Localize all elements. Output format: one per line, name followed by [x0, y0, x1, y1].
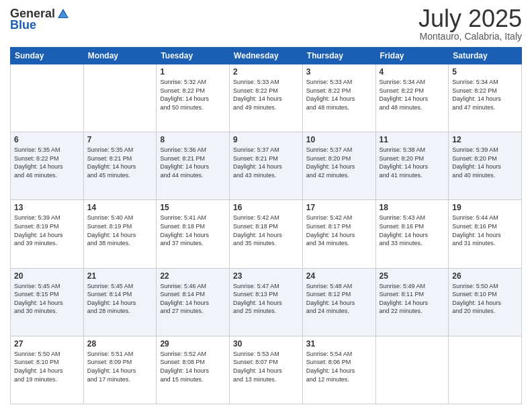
day-info: Sunrise: 5:37 AM Sunset: 8:21 PM Dayligh… — [233, 146, 299, 179]
day-info: Sunrise: 5:49 AM Sunset: 8:11 PM Dayligh… — [380, 282, 445, 316]
day-info: Sunrise: 5:47 AM Sunset: 8:13 PM Dayligh… — [233, 282, 299, 316]
calendar-cell: 24Sunrise: 5:48 AM Sunset: 8:12 PM Dayli… — [302, 268, 375, 336]
header: General Blue July 2025 Montauro, Calabri… — [10, 7, 522, 42]
day-number: 23 — [233, 271, 299, 281]
calendar-cell: 7Sunrise: 5:35 AM Sunset: 8:21 PM Daylig… — [83, 132, 157, 200]
calendar-cell — [83, 64, 157, 132]
calendar-cell: 28Sunrise: 5:51 AM Sunset: 8:09 PM Dayli… — [83, 336, 157, 404]
day-info: Sunrise: 5:36 AM Sunset: 8:21 PM Dayligh… — [160, 146, 226, 179]
day-info: Sunrise: 5:42 AM Sunset: 8:18 PM Dayligh… — [233, 214, 299, 247]
calendar-cell: 12Sunrise: 5:39 AM Sunset: 8:20 PM Dayli… — [449, 132, 522, 200]
calendar-cell: 30Sunrise: 5:53 AM Sunset: 8:07 PM Dayli… — [230, 336, 303, 404]
day-info: Sunrise: 5:41 AM Sunset: 8:18 PM Dayligh… — [160, 214, 226, 247]
calendar-cell: 27Sunrise: 5:50 AM Sunset: 8:10 PM Dayli… — [11, 336, 84, 404]
calendar-cell: 18Sunrise: 5:43 AM Sunset: 8:16 PM Dayli… — [375, 200, 449, 268]
header-row: SundayMondayTuesdayWednesdayThursdayFrid… — [11, 48, 522, 64]
calendar-cell: 15Sunrise: 5:41 AM Sunset: 8:18 PM Dayli… — [157, 200, 230, 268]
calendar-cell: 4Sunrise: 5:34 AM Sunset: 8:22 PM Daylig… — [375, 64, 449, 132]
day-info: Sunrise: 5:33 AM Sunset: 8:22 PM Dayligh… — [233, 78, 299, 111]
calendar-cell: 22Sunrise: 5:46 AM Sunset: 8:14 PM Dayli… — [157, 268, 230, 336]
col-header-wednesday: Wednesday — [230, 48, 303, 64]
day-number: 2 — [233, 67, 299, 77]
day-number: 7 — [87, 135, 153, 144]
day-info: Sunrise: 5:46 AM Sunset: 8:14 PM Dayligh… — [160, 282, 226, 316]
logo: General Blue — [10, 7, 70, 32]
calendar-cell: 16Sunrise: 5:42 AM Sunset: 8:18 PM Dayli… — [230, 200, 303, 268]
col-header-monday: Monday — [83, 48, 157, 64]
day-number: 17 — [306, 203, 372, 212]
calendar-cell: 23Sunrise: 5:47 AM Sunset: 8:13 PM Dayli… — [230, 268, 303, 336]
day-info: Sunrise: 5:53 AM Sunset: 8:07 PM Dayligh… — [233, 350, 299, 383]
calendar-cell: 9Sunrise: 5:37 AM Sunset: 8:21 PM Daylig… — [230, 132, 303, 200]
day-info: Sunrise: 5:37 AM Sunset: 8:20 PM Dayligh… — [306, 146, 372, 179]
day-info: Sunrise: 5:54 AM Sunset: 8:06 PM Dayligh… — [306, 350, 372, 383]
week-row: 1Sunrise: 5:32 AM Sunset: 8:22 PM Daylig… — [11, 64, 522, 132]
day-number: 8 — [160, 135, 226, 144]
week-row: 27Sunrise: 5:50 AM Sunset: 8:10 PM Dayli… — [11, 336, 522, 404]
calendar-cell: 17Sunrise: 5:42 AM Sunset: 8:17 PM Dayli… — [302, 200, 375, 268]
day-info: Sunrise: 5:33 AM Sunset: 8:22 PM Dayligh… — [306, 78, 372, 111]
calendar-cell: 25Sunrise: 5:49 AM Sunset: 8:11 PM Dayli… — [375, 268, 449, 336]
day-number: 6 — [14, 135, 80, 144]
calendar-cell: 21Sunrise: 5:45 AM Sunset: 8:14 PM Dayli… — [83, 268, 157, 336]
day-number: 28 — [87, 339, 153, 349]
day-info: Sunrise: 5:38 AM Sunset: 8:20 PM Dayligh… — [380, 146, 445, 179]
col-header-sunday: Sunday — [11, 48, 84, 64]
day-number: 10 — [306, 135, 372, 144]
calendar-cell: 19Sunrise: 5:44 AM Sunset: 8:16 PM Dayli… — [449, 200, 522, 268]
day-info: Sunrise: 5:39 AM Sunset: 8:19 PM Dayligh… — [14, 214, 80, 247]
day-info: Sunrise: 5:43 AM Sunset: 8:16 PM Dayligh… — [380, 214, 445, 247]
col-header-tuesday: Tuesday — [157, 48, 230, 64]
day-info: Sunrise: 5:45 AM Sunset: 8:14 PM Dayligh… — [87, 282, 153, 316]
calendar-cell: 26Sunrise: 5:50 AM Sunset: 8:10 PM Dayli… — [449, 268, 522, 336]
day-info: Sunrise: 5:44 AM Sunset: 8:16 PM Dayligh… — [452, 214, 518, 247]
calendar-cell: 11Sunrise: 5:38 AM Sunset: 8:20 PM Dayli… — [375, 132, 449, 200]
day-info: Sunrise: 5:34 AM Sunset: 8:22 PM Dayligh… — [452, 78, 518, 111]
day-info: Sunrise: 5:42 AM Sunset: 8:17 PM Dayligh… — [306, 214, 372, 247]
day-number: 5 — [452, 67, 518, 77]
calendar-cell: 31Sunrise: 5:54 AM Sunset: 8:06 PM Dayli… — [302, 336, 375, 404]
month-title: July 2025 — [418, 7, 522, 31]
day-number: 19 — [452, 203, 518, 212]
calendar-cell: 5Sunrise: 5:34 AM Sunset: 8:22 PM Daylig… — [449, 64, 522, 132]
calendar-cell: 14Sunrise: 5:40 AM Sunset: 8:19 PM Dayli… — [83, 200, 157, 268]
calendar-cell: 20Sunrise: 5:45 AM Sunset: 8:15 PM Dayli… — [11, 268, 84, 336]
day-info: Sunrise: 5:32 AM Sunset: 8:22 PM Dayligh… — [160, 78, 226, 111]
title-section: July 2025 Montauro, Calabria, Italy — [418, 7, 522, 42]
day-number: 11 — [380, 135, 445, 144]
calendar-cell: 6Sunrise: 5:35 AM Sunset: 8:22 PM Daylig… — [11, 132, 84, 200]
day-number: 14 — [87, 203, 153, 212]
calendar-cell: 8Sunrise: 5:36 AM Sunset: 8:21 PM Daylig… — [157, 132, 230, 200]
day-number: 13 — [14, 203, 80, 212]
day-info: Sunrise: 5:40 AM Sunset: 8:19 PM Dayligh… — [87, 214, 153, 247]
calendar-cell: 10Sunrise: 5:37 AM Sunset: 8:20 PM Dayli… — [302, 132, 375, 200]
day-number: 1 — [160, 67, 226, 77]
logo-icon — [56, 7, 70, 21]
calendar-cell: 1Sunrise: 5:32 AM Sunset: 8:22 PM Daylig… — [157, 64, 230, 132]
calendar-cell: 13Sunrise: 5:39 AM Sunset: 8:19 PM Dayli… — [11, 200, 84, 268]
day-info: Sunrise: 5:51 AM Sunset: 8:09 PM Dayligh… — [87, 350, 153, 383]
day-info: Sunrise: 5:34 AM Sunset: 8:22 PM Dayligh… — [380, 78, 445, 111]
col-header-saturday: Saturday — [449, 48, 522, 64]
page: General Blue July 2025 Montauro, Calabri… — [0, 0, 532, 411]
day-number: 16 — [233, 203, 299, 212]
day-info: Sunrise: 5:45 AM Sunset: 8:15 PM Dayligh… — [14, 282, 80, 316]
week-row: 13Sunrise: 5:39 AM Sunset: 8:19 PM Dayli… — [11, 200, 522, 268]
calendar-cell — [11, 64, 84, 132]
day-number: 15 — [160, 203, 226, 212]
day-number: 9 — [233, 135, 299, 144]
day-number: 29 — [160, 339, 226, 349]
day-info: Sunrise: 5:50 AM Sunset: 8:10 PM Dayligh… — [452, 282, 518, 316]
calendar-cell: 2Sunrise: 5:33 AM Sunset: 8:22 PM Daylig… — [230, 64, 303, 132]
week-row: 6Sunrise: 5:35 AM Sunset: 8:22 PM Daylig… — [11, 132, 522, 200]
day-number: 20 — [14, 271, 80, 281]
day-number: 12 — [452, 135, 518, 144]
day-info: Sunrise: 5:52 AM Sunset: 8:08 PM Dayligh… — [160, 350, 226, 383]
day-number: 26 — [452, 271, 518, 281]
day-info: Sunrise: 5:35 AM Sunset: 8:21 PM Dayligh… — [87, 146, 153, 179]
day-number: 25 — [380, 271, 445, 281]
day-number: 21 — [87, 271, 153, 281]
calendar-cell: 29Sunrise: 5:52 AM Sunset: 8:08 PM Dayli… — [157, 336, 230, 404]
day-number: 24 — [306, 271, 372, 281]
day-number: 18 — [380, 203, 445, 212]
